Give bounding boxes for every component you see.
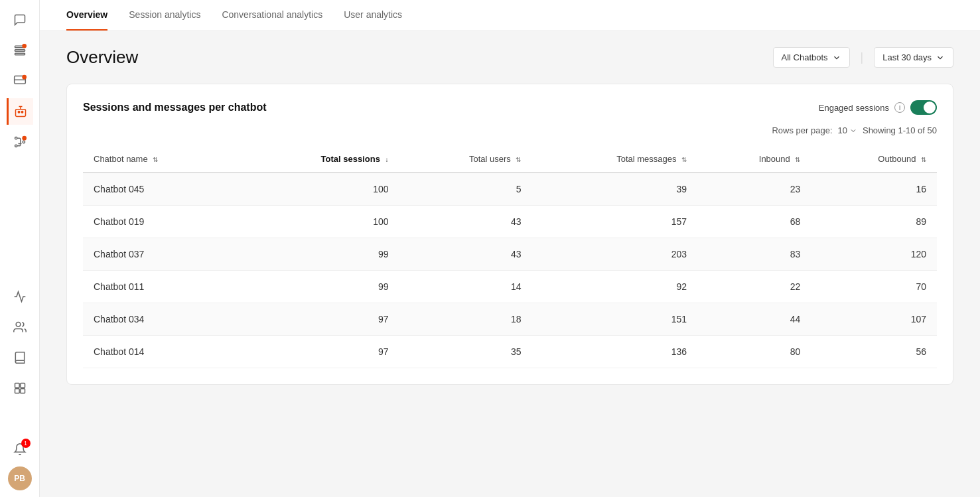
cell-name: Chatbot 045: [83, 173, 238, 206]
cell-outbound: 89: [811, 206, 937, 238]
cell-messages: 136: [531, 336, 697, 368]
sort-icon-outbound: ⇅: [921, 156, 926, 163]
card-header: Sessions and messages per chatbot Engage…: [83, 100, 937, 115]
card-title: Sessions and messages per chatbot: [83, 102, 267, 113]
svg-rect-6: [16, 109, 26, 117]
table-row: Chatbot 045 100 5 39 23 16: [83, 173, 937, 206]
cell-name: Chatbot 019: [83, 206, 238, 238]
cell-outbound: 107: [811, 303, 937, 336]
svg-point-12: [22, 136, 27, 141]
table-row: Chatbot 019 100 43 157 68 89: [83, 206, 937, 238]
cell-users: 35: [399, 336, 531, 368]
col-total-messages[interactable]: Total messages ⇅: [531, 146, 697, 173]
cell-users: 14: [399, 271, 531, 303]
col-total-users[interactable]: Total users ⇅: [399, 146, 531, 173]
cell-inbound: 68: [697, 206, 811, 238]
cell-sessions: 100: [238, 173, 399, 206]
showing-label: Showing 1-10 of 50: [863, 125, 937, 135]
cell-sessions: 100: [238, 206, 399, 238]
table-body: Chatbot 045 100 5 39 23 16 Chatbot 019 1…: [83, 173, 937, 368]
sidebar: 1 PB: [0, 0, 40, 497]
sessions-table-card: Sessions and messages per chatbot Engage…: [66, 84, 953, 385]
cell-inbound: 22: [697, 271, 811, 303]
cell-users: 43: [399, 238, 531, 271]
svg-point-3: [22, 44, 27, 48]
cell-users: 18: [399, 303, 531, 336]
separator: |: [861, 50, 864, 64]
svg-rect-16: [15, 389, 19, 393]
chevron-down-icon-2: [936, 53, 945, 62]
tab-overview[interactable]: Overview: [66, 0, 107, 31]
cell-messages: 39: [531, 173, 697, 206]
col-inbound[interactable]: Inbound ⇅: [697, 146, 811, 173]
rows-chevron-icon: [849, 127, 857, 135]
sidebar-icon-notifications[interactable]: 1: [7, 436, 33, 462]
cell-sessions: 99: [238, 271, 399, 303]
page-header: Overview All Chatbots | Last 30 days: [66, 47, 953, 68]
sidebar-icon-analytics[interactable]: [7, 283, 33, 310]
cell-name: Chatbot 014: [83, 336, 238, 368]
cell-inbound: 23: [697, 173, 811, 206]
cell-name: Chatbot 034: [83, 303, 238, 336]
svg-point-13: [16, 322, 21, 327]
sidebar-icon-team[interactable]: [7, 314, 33, 340]
svg-point-7: [18, 111, 20, 113]
main-content: Overview Session analytics Conversationa…: [40, 0, 980, 497]
cell-messages: 157: [531, 206, 697, 238]
table-row: Chatbot 014 97 35 136 80 56: [83, 336, 937, 368]
cell-users: 5: [399, 173, 531, 206]
sidebar-icon-flow[interactable]: [7, 129, 33, 155]
sort-icon-name: ⇅: [153, 156, 158, 163]
rows-per-page-label: Rows per page:: [772, 125, 832, 135]
cell-inbound: 44: [697, 303, 811, 336]
cell-sessions: 97: [238, 303, 399, 336]
sort-icon-messages: ⇅: [681, 156, 687, 163]
sort-icon-inbound: ⇅: [795, 156, 800, 163]
cell-outbound: 120: [811, 238, 937, 271]
table-header: Chatbot name ⇅ Total sessions ↓ Total us…: [83, 146, 937, 173]
header-controls: All Chatbots | Last 30 days: [773, 47, 954, 68]
engaged-sessions-toggle[interactable]: [910, 100, 937, 115]
svg-rect-17: [20, 389, 25, 393]
table-row: Chatbot 037 99 43 203 83 120: [83, 238, 937, 271]
top-nav: Overview Session analytics Conversationa…: [40, 0, 980, 31]
date-filter-dropdown[interactable]: Last 30 days: [874, 47, 953, 68]
svg-rect-1: [15, 50, 25, 52]
sort-icon-sessions: ↓: [385, 156, 388, 163]
sidebar-icon-chat[interactable]: [7, 7, 33, 33]
col-outbound[interactable]: Outbound ⇅: [811, 146, 937, 173]
tab-conversational-analytics[interactable]: Conversational analytics: [222, 0, 322, 31]
cell-name: Chatbot 011: [83, 271, 238, 303]
pagination-row: Rows per page: 10 Showing 1-10 of 50: [83, 125, 937, 135]
svg-point-8: [21, 111, 23, 113]
svg-point-5: [22, 75, 27, 80]
col-chatbot-name[interactable]: Chatbot name ⇅: [83, 146, 238, 173]
engaged-sessions-control: Engaged sessions i: [819, 100, 937, 115]
data-table: Chatbot name ⇅ Total sessions ↓ Total us…: [83, 146, 937, 368]
content-area: Overview All Chatbots | Last 30 days Ses…: [40, 31, 980, 497]
sidebar-icon-integrations[interactable]: [7, 375, 33, 401]
svg-point-10: [23, 141, 25, 143]
svg-point-9: [15, 137, 17, 139]
col-total-sessions[interactable]: Total sessions ↓: [238, 146, 399, 173]
engaged-sessions-label: Engaged sessions: [819, 103, 889, 113]
sidebar-icon-library[interactable]: [7, 344, 33, 371]
sidebar-icon-bot[interactable]: [7, 98, 33, 125]
svg-rect-14: [15, 384, 19, 388]
chatbot-filter-dropdown[interactable]: All Chatbots: [773, 47, 850, 68]
info-icon[interactable]: i: [894, 102, 905, 113]
tab-user-analytics[interactable]: User analytics: [344, 0, 402, 31]
table-row: Chatbot 011 99 14 92 22 70: [83, 271, 937, 303]
cell-sessions: 97: [238, 336, 399, 368]
cell-inbound: 80: [697, 336, 811, 368]
sidebar-icon-inbox[interactable]: [7, 68, 33, 94]
cell-name: Chatbot 037: [83, 238, 238, 271]
svg-point-11: [15, 145, 17, 147]
cell-inbound: 83: [697, 238, 811, 271]
notification-badge: 1: [21, 439, 31, 448]
avatar[interactable]: PB: [8, 466, 32, 490]
tab-session-analytics[interactable]: Session analytics: [129, 0, 200, 31]
sidebar-icon-broadcast[interactable]: [7, 37, 33, 64]
cell-messages: 203: [531, 238, 697, 271]
rows-per-page-select[interactable]: 10: [838, 125, 857, 135]
